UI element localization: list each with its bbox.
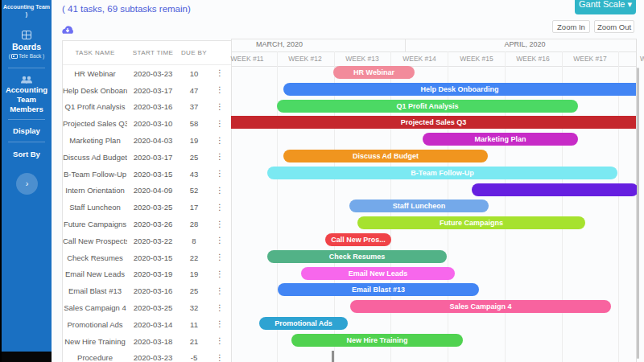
zoom-in-button[interactable]: Zoom In	[552, 20, 590, 33]
gantt-bar-discuss-ad-budget[interactable]: Discuss Ad Budget	[283, 150, 488, 162]
due-by-cell: -5	[179, 353, 209, 362]
due-by-cell: 21	[179, 337, 209, 346]
start-time-cell: 2020-03-15	[127, 170, 179, 179]
gantt-bar-new-hire-training[interactable]: New Hire Training	[291, 334, 463, 347]
sidebar-divider	[8, 119, 45, 120]
gantt-bar-hr-webinar[interactable]: HR Webinar	[333, 66, 415, 79]
gantt-bar-email-blast-13[interactable]: Email Blast #13	[278, 283, 479, 296]
sidebar-boards-subtitle[interactable]: (Tele Back )	[2, 53, 52, 59]
task-name-cell: B-Team Follow-Up	[63, 170, 127, 179]
sidebar-item-boards[interactable]: Boards	[2, 42, 52, 51]
table-row: Sales Campaign 42020-03-2532⋮	[63, 299, 231, 316]
row-menu-button[interactable]: ⋮	[209, 187, 230, 195]
start-time-cell: 2020-03-15	[127, 253, 179, 262]
start-time-cell: 2020-03-25	[127, 203, 179, 212]
cloud-download-icon[interactable]	[60, 24, 76, 36]
task-name-cell: Email Blast #13	[63, 286, 127, 295]
gantt-scale-button[interactable]: Gantt Scale ▾	[575, 0, 636, 14]
start-time-cell: 2020-03-16	[127, 102, 179, 111]
column-header-start-time: START TIME	[127, 49, 179, 56]
week-label: WEEK #14	[402, 55, 436, 63]
row-menu-button[interactable]: ⋮	[209, 354, 230, 362]
start-time-cell: 2020-04-09	[127, 186, 179, 195]
task-table: TASK NAME START TIME DUE BY HR Webinar20…	[62, 40, 231, 362]
row-menu-button[interactable]: ⋮	[209, 86, 230, 94]
gantt-bar-b-team-follow-up[interactable]: B-Team Follow-Up	[267, 167, 617, 179]
board-icon	[11, 54, 18, 59]
due-by-cell: 19	[179, 269, 209, 278]
row-menu-button[interactable]: ⋮	[209, 287, 230, 295]
week-label: WEEK #13	[345, 55, 379, 63]
row-menu-button[interactable]: ⋮	[209, 220, 230, 228]
week-label: WEEK #12	[288, 55, 322, 63]
gantt-bar-q1-profit-analysis[interactable]: Q1 Profit Analysis	[277, 100, 578, 113]
gantt-bar-marketing-plan[interactable]: Marketing Plan	[423, 133, 578, 146]
start-time-cell: 2020-03-17	[127, 153, 179, 162]
gantt-bar-sales-campaign-4[interactable]: Sales Campaign 4	[350, 300, 611, 313]
zoom-out-button[interactable]: Zoom Out	[594, 20, 634, 33]
table-row: Q1 Profit Analysis2020-03-1637⋮	[63, 99, 231, 116]
week-header-row: WEEK #11WEEK #12WEEK #13WEEK #14WEEK #15…	[231, 51, 644, 66]
sidebar-expand-button[interactable]: ›	[16, 173, 38, 195]
row-menu-button[interactable]: ⋮	[209, 270, 230, 278]
start-time-cell: 2020-04-03	[127, 136, 179, 145]
due-by-cell: 25	[179, 286, 209, 295]
due-by-cell: 58	[179, 119, 209, 128]
task-name-cell: Email New Leads	[63, 269, 127, 278]
due-by-cell: 52	[179, 186, 209, 195]
row-menu-button[interactable]: ⋮	[209, 153, 230, 161]
team-members-icon	[20, 76, 33, 84]
due-by-cell: 28	[179, 220, 209, 228]
sidebar-item-sort-by[interactable]: Sort By	[2, 150, 52, 158]
row-menu-button[interactable]: ⋮	[209, 69, 230, 77]
table-row: Check Resumes2020-03-1522⋮	[63, 249, 231, 266]
gantt-bar-staff-luncheon[interactable]: Staff Luncheon	[349, 200, 489, 212]
gantt-chart: MARCH, 2020 APRIL, 2020 WEEK #11WEEK #12…	[231, 39, 644, 362]
gantt-bar-email-new-leads[interactable]: Email New Leads	[301, 267, 455, 280]
sidebar-divider	[8, 142, 45, 142]
chevron-right-icon: ›	[26, 179, 29, 188]
task-name-cell: HR Webinar	[63, 69, 127, 78]
row-menu-button[interactable]: ⋮	[209, 337, 230, 345]
chart-body: HR WebinarHelp Desk OnboardingQ1 Profit …	[231, 66, 644, 362]
row-menu-button[interactable]: ⋮	[209, 204, 230, 212]
gantt-bar-help-desk-onboard[interactable]: Help Desk Onboarding	[283, 83, 636, 96]
row-menu-button[interactable]: ⋮	[209, 120, 230, 128]
row-menu-button[interactable]: ⋮	[209, 137, 230, 145]
sidebar-item-team-members[interactable]: Accounting Team Members	[4, 85, 49, 114]
table-row: Procedure2020-03-23-5⋮	[63, 350, 231, 362]
row-menu-button[interactable]: ⋮	[209, 304, 230, 312]
row-menu-button[interactable]: ⋮	[209, 237, 230, 245]
gantt-bar-future-campaigns[interactable]: Future Campaigns	[357, 216, 585, 229]
gantt-bar-procedure[interactable]	[332, 351, 334, 362]
row-menu-button[interactable]: ⋮	[209, 103, 230, 111]
table-row: Promotional Ads2020-03-1411⋮	[63, 316, 231, 333]
row-menu-button[interactable]: ⋮	[209, 170, 230, 178]
week-partial-label: W	[640, 55, 644, 63]
month-header-row: MARCH, 2020 APRIL, 2020	[231, 39, 636, 51]
gantt-bar-call-new-prospects[interactable]: Call New Pros...	[325, 233, 391, 246]
sidebar-item-display[interactable]: Display	[2, 126, 52, 135]
due-by-cell: 22	[179, 253, 209, 262]
task-name-cell: Marketing Plan	[63, 136, 127, 145]
due-by-cell: 37	[179, 102, 209, 111]
table-header: TASK NAME START TIME DUE BY	[63, 41, 231, 65]
gantt-bar-intern-orientation[interactable]	[472, 183, 638, 196]
task-name-cell: Check Resumes	[63, 253, 127, 262]
start-time-cell: 2020-03-10	[127, 119, 179, 128]
column-header-due-by: DUE BY	[179, 49, 209, 56]
gantt-bar-projected-sales-q3[interactable]: Projected Sales Q3	[231, 116, 636, 129]
task-name-cell: Future Campaigns	[63, 220, 127, 228]
gantt-bar-check-resumes[interactable]: Check Resumes	[267, 250, 447, 263]
tele-back-label: Tele Back	[19, 53, 41, 59]
row-menu-button[interactable]: ⋮	[209, 320, 230, 328]
task-name-cell: Staff Luncheon	[63, 203, 127, 212]
team-name-line2: )	[2, 10, 52, 18]
vertical-scrollbar[interactable]	[637, 68, 639, 359]
row-menu-button[interactable]: ⋮	[209, 253, 230, 261]
task-name-cell: Projected Sales Q3	[63, 119, 127, 128]
week-label: WEEK #16	[516, 55, 550, 63]
gantt-bar-promotional-ads[interactable]: Promotional Ads	[259, 317, 348, 330]
task-name-cell: Help Desk Onboard	[63, 86, 127, 95]
task-name-cell: Sales Campaign 4	[63, 303, 127, 312]
